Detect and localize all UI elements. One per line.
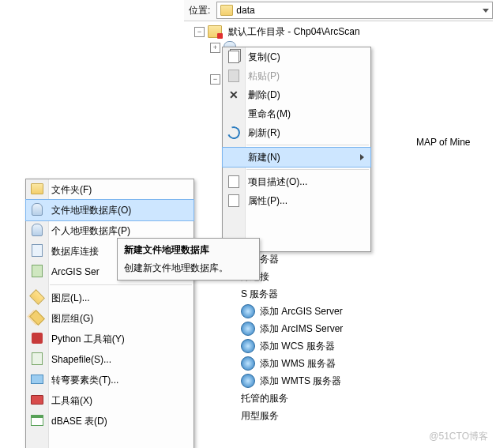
location-bar: 位置: data: [184, 0, 493, 21]
layer-group-icon: [29, 310, 45, 326]
folder-icon: [220, 5, 233, 16]
menu-delete[interactable]: ✕删除(D): [223, 85, 370, 104]
menu-properties[interactable]: 属性(P)...: [223, 191, 370, 210]
menu-copy[interactable]: 复制(C): [223, 47, 370, 66]
menu-paste: 粘贴(P): [223, 66, 370, 85]
new-file-gdb[interactable]: 文件地理数据库(O): [26, 200, 194, 220]
database-icon: [32, 203, 43, 216]
menu-new[interactable]: 新建(N): [223, 148, 370, 167]
new-layer[interactable]: 图层(L)...: [26, 288, 194, 308]
properties-icon: [228, 194, 239, 207]
table-icon: [31, 415, 43, 426]
location-label: 位置:: [184, 4, 210, 17]
list-item[interactable]: 添加 WMS 服务器: [222, 355, 376, 372]
new-layer-group[interactable]: 图层组(G): [26, 308, 194, 329]
new-folder[interactable]: 文件夹(F): [26, 179, 194, 200]
globe-icon: [241, 322, 255, 336]
toolbox-icon: [31, 395, 43, 405]
collapse-icon[interactable]: −: [210, 74, 220, 85]
delete-icon: ✕: [229, 88, 239, 101]
list-item[interactable]: S 服务器: [222, 285, 376, 303]
tree-label: MAP of Mine: [413, 136, 473, 149]
db-connection-icon: [32, 244, 43, 257]
collapse-icon[interactable]: −: [194, 27, 205, 37]
home-folder-icon: [208, 25, 222, 38]
tooltip-title: 新建文件地理数据库: [124, 243, 253, 257]
location-field[interactable]: data: [216, 2, 493, 19]
list-item[interactable]: 添加 WCS 服务器: [222, 337, 376, 355]
database-icon: [32, 224, 43, 236]
menu-refresh[interactable]: 刷新(R): [223, 123, 370, 142]
tree-row-root[interactable]: − 默认工作目录 - Chp04\ArcScan: [186, 24, 493, 40]
page-icon: [228, 175, 239, 188]
arrow-right-icon: [360, 154, 364, 160]
location-value: data: [236, 5, 254, 16]
new-python-toolbox[interactable]: Python 工具箱(Y): [26, 329, 194, 349]
menu-item-description[interactable]: 项目描述(O)...: [223, 172, 370, 191]
chevron-down-icon[interactable]: [483, 9, 489, 13]
copy-icon: [228, 51, 239, 63]
shapefile-icon: [32, 352, 43, 365]
tooltip-body: 创建新文件地理数据库。: [124, 262, 253, 275]
server-icon: [32, 265, 43, 277]
globe-icon: [241, 304, 255, 318]
list-item[interactable]: 添加 ArcIMS Server: [222, 320, 376, 337]
folder-icon: [31, 183, 43, 194]
refresh-icon: [225, 124, 242, 141]
python-icon: [32, 333, 43, 344]
new-dbase-table[interactable]: dBASE 表(D): [26, 411, 194, 431]
layer-icon: [29, 289, 45, 305]
globe-icon: [241, 374, 255, 388]
new-turn-feature[interactable]: 转弯要素类(T)...: [26, 370, 194, 390]
expand-icon[interactable]: +: [210, 43, 220, 53]
new-toolbox[interactable]: 工具箱(X): [26, 390, 194, 411]
new-shapefile[interactable]: Shapefile(S)...: [26, 349, 194, 370]
list-item[interactable]: 添加 WMTS 服务器: [222, 372, 376, 390]
paste-icon: [228, 70, 239, 82]
turn-icon: [31, 375, 43, 384]
list-item[interactable]: 添加 ArcGIS Server: [222, 303, 376, 320]
tree-root-label: 默认工作目录 - Chp04\ArcScan: [225, 24, 363, 40]
watermark: @51CTO博客: [429, 430, 488, 443]
list-item[interactable]: 用型服务: [222, 407, 376, 424]
new-submenu: 文件夹(F) 文件地理数据库(O) 个人地理数据库(P) 数据库连接 ArcGI…: [25, 179, 194, 448]
tooltip: 新建文件地理数据库 创建新文件地理数据库。: [117, 238, 260, 280]
context-menu: 复制(C) 粘贴(P) ✕删除(D) 重命名(M) 刷新(R) 新建(N) 项目…: [222, 47, 371, 252]
globe-icon: [241, 356, 255, 371]
globe-icon: [241, 339, 255, 353]
list-item[interactable]: 托管的服务: [222, 390, 376, 407]
menu-rename[interactable]: 重命名(M): [223, 104, 370, 123]
